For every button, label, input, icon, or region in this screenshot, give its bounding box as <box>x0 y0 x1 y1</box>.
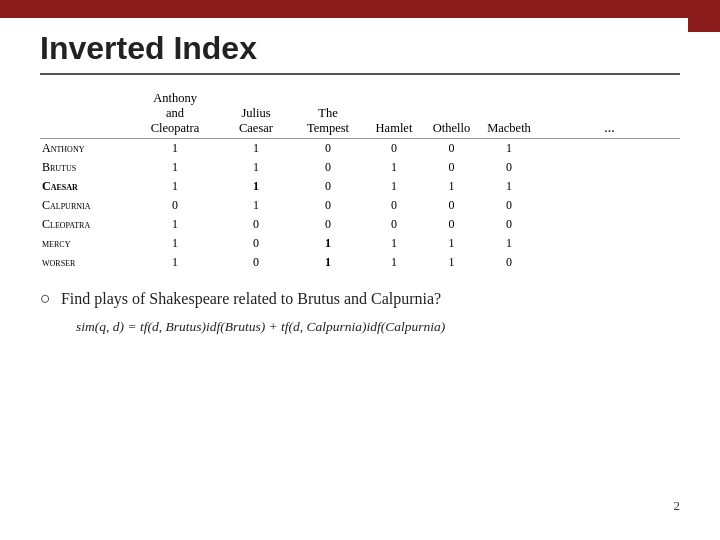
table-header-row: AnthonyandCleopatra JuliusCaesar TheTemp… <box>40 89 680 139</box>
cell: 1 <box>220 158 292 177</box>
cell: 1 <box>424 253 479 272</box>
cell: 1 <box>130 234 220 253</box>
cell: 0 <box>364 196 424 215</box>
cell: 0 <box>220 234 292 253</box>
cell <box>539 139 680 159</box>
col-othello: Othello <box>424 89 479 139</box>
table-row: Calpurnia 0 1 0 0 0 0 <box>40 196 680 215</box>
cell: 0 <box>130 196 220 215</box>
col-label-empty <box>40 89 130 139</box>
row-worser-label: worser <box>40 253 130 272</box>
cell: 0 <box>292 215 364 234</box>
cell: 0 <box>220 253 292 272</box>
table-row: Caesar 1 1 0 1 1 1 <box>40 177 680 196</box>
cell: 1 <box>220 139 292 159</box>
cell: 0 <box>364 139 424 159</box>
cell: 1 <box>424 177 479 196</box>
cell <box>539 196 680 215</box>
cell: 0 <box>292 196 364 215</box>
cell: 0 <box>292 158 364 177</box>
cell: 0 <box>292 177 364 196</box>
cell: 0 <box>220 215 292 234</box>
title-underline <box>40 73 680 75</box>
cell-bold: 1 <box>292 234 364 253</box>
table-row: mercy 1 0 1 1 1 1 <box>40 234 680 253</box>
cell <box>539 177 680 196</box>
cell: 1 <box>130 158 220 177</box>
col-ellipsis: ... <box>539 89 680 139</box>
cell: 1 <box>479 177 539 196</box>
formula-text: sim(q, d) = tf(d, Brutus)idf(Brutus) + t… <box>76 319 445 335</box>
cell-bold: 1 <box>220 177 292 196</box>
cell <box>539 234 680 253</box>
cell: 0 <box>424 215 479 234</box>
table-row: Anthony 1 1 0 0 0 1 <box>40 139 680 159</box>
table-row: Brutus 1 1 0 1 0 0 <box>40 158 680 177</box>
cell: 1 <box>424 234 479 253</box>
row-brutus-label: Brutus <box>40 158 130 177</box>
cell: 1 <box>479 139 539 159</box>
cell: 1 <box>130 139 220 159</box>
cell <box>539 253 680 272</box>
index-table-wrapper: AnthonyandCleopatra JuliusCaesar TheTemp… <box>40 89 680 272</box>
cell: 1 <box>130 177 220 196</box>
row-mercy-label: mercy <box>40 234 130 253</box>
slide-content: Inverted Index AnthonyandCleopatra Juliu… <box>40 30 680 520</box>
cell: 1 <box>479 234 539 253</box>
cell <box>539 158 680 177</box>
cell-bold: 1 <box>292 253 364 272</box>
cell <box>539 215 680 234</box>
cell: 0 <box>292 139 364 159</box>
cell: 1 <box>364 234 424 253</box>
col-julius: JuliusCaesar <box>220 89 292 139</box>
col-tempest: TheTempest <box>292 89 364 139</box>
col-hamlet: Hamlet <box>364 89 424 139</box>
cell: 1 <box>364 253 424 272</box>
cell: 0 <box>424 196 479 215</box>
cell: 0 <box>424 158 479 177</box>
cell: 0 <box>479 196 539 215</box>
question-text: Find plays of Shakespeare related to Bru… <box>61 290 441 308</box>
top-right-square <box>688 0 720 32</box>
question-section: ○ Find plays of Shakespeare related to B… <box>40 288 680 309</box>
cell: 0 <box>479 253 539 272</box>
cell: 1 <box>220 196 292 215</box>
col-macbeth: Macbeth <box>479 89 539 139</box>
cell: 0 <box>479 158 539 177</box>
cell: 0 <box>364 215 424 234</box>
bullet-icon: ○ <box>40 288 51 309</box>
cell: 0 <box>424 139 479 159</box>
row-cleopatra-label: Cleopatra <box>40 215 130 234</box>
col-anthony: AnthonyandCleopatra <box>130 89 220 139</box>
formula-section: sim(q, d) = tf(d, Brutus)idf(Brutus) + t… <box>76 319 680 335</box>
table-row: worser 1 0 1 1 1 0 <box>40 253 680 272</box>
row-caesar-label: Caesar <box>40 177 130 196</box>
cell: 0 <box>479 215 539 234</box>
page-number: 2 <box>674 498 681 514</box>
cell: 1 <box>364 177 424 196</box>
table-body: Anthony 1 1 0 0 0 1 Brutus 1 1 0 1 0 0 <box>40 139 680 273</box>
cell: 1 <box>364 158 424 177</box>
cell: 1 <box>130 253 220 272</box>
cell: 1 <box>130 215 220 234</box>
inverted-index-table: AnthonyandCleopatra JuliusCaesar TheTemp… <box>40 89 680 272</box>
slide-title: Inverted Index <box>40 30 680 67</box>
row-calpurnia-label: Calpurnia <box>40 196 130 215</box>
table-row: Cleopatra 1 0 0 0 0 0 <box>40 215 680 234</box>
row-anthony-label: Anthony <box>40 139 130 159</box>
top-bar <box>0 0 720 18</box>
